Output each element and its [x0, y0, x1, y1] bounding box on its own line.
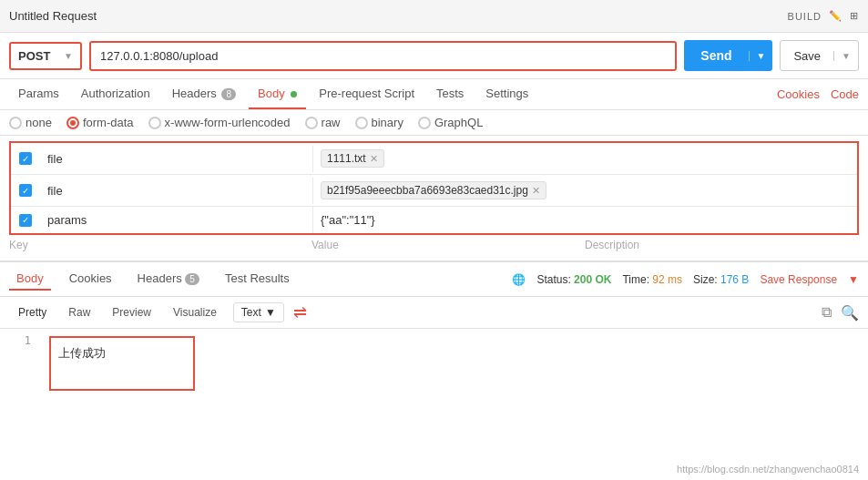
table-row: file 1111.txt ✕: [11, 143, 857, 175]
tab-authorization[interactable]: Authorization: [72, 79, 159, 109]
body-type-graphql-label: GraphQL: [434, 116, 483, 129]
response-bar: Body Cookies Headers 5 Test Results 🌐 St…: [0, 260, 868, 297]
save-response-arrow-icon[interactable]: ▼: [848, 273, 859, 286]
body-type-graphql[interactable]: GraphQL: [418, 116, 483, 129]
radio-raw-icon: [305, 117, 318, 129]
format-bar: Pretty Raw Preview Visualize Text ▼ ⇌ ⧉ …: [0, 297, 868, 329]
time-label: Time: 92 ms: [622, 273, 682, 286]
radio-binary-icon: [355, 117, 368, 129]
body-type-urlencoded[interactable]: x-www-form-urlencoded: [148, 116, 291, 129]
method-select[interactable]: POST ▼: [9, 42, 82, 70]
fmt-visualize[interactable]: Visualize: [164, 302, 226, 322]
file-name-1: 1111.txt: [327, 152, 366, 165]
response-status: 🌐 Status: 200 OK Time: 92 ms Size: 176 B…: [512, 273, 859, 286]
tab-headers[interactable]: Headers 8: [163, 79, 245, 109]
row3-value[interactable]: {"aa":"11"}: [313, 207, 857, 233]
globe-icon: 🌐: [512, 273, 526, 286]
row1-key[interactable]: file: [40, 146, 313, 172]
row1-check[interactable]: [11, 152, 40, 165]
save-button[interactable]: Save ▼: [780, 40, 859, 71]
row2-value: b21f95a9eeecbba7a6693e83caed31c.jpg ✕: [313, 175, 857, 206]
resp-tab-test-results[interactable]: Test Results: [218, 268, 297, 291]
body-type-form-data-label: form-data: [83, 116, 134, 129]
body-type-raw[interactable]: raw: [305, 116, 341, 129]
tab-settings[interactable]: Settings: [476, 79, 537, 109]
grid-icon[interactable]: ⊞: [850, 10, 859, 22]
status-value: 200 OK: [574, 273, 611, 286]
tab-prerequest[interactable]: Pre-request Script: [310, 79, 424, 109]
body-type-binary[interactable]: binary: [355, 116, 403, 129]
file-tag-2: b21f95a9eeecbba7a6693e83caed31c.jpg ✕: [321, 181, 546, 199]
body-type-raw-label: raw: [322, 116, 341, 129]
checkbox-icon: [19, 184, 32, 197]
row2-check[interactable]: [11, 184, 40, 197]
resp-tab-cookies[interactable]: Cookies: [62, 268, 119, 291]
row1-value: 1111.txt ✕: [313, 143, 857, 174]
fmt-pretty[interactable]: Pretty: [9, 302, 56, 322]
col-desc-header: Description: [585, 239, 859, 251]
save-response-button[interactable]: Save Response: [760, 273, 837, 286]
line-number: 1: [9, 334, 31, 393]
file-name-2: b21f95a9eeecbba7a6693e83caed31c.jpg: [327, 184, 528, 197]
req-tab-right: Cookies Code: [777, 87, 859, 101]
form-table: file 1111.txt ✕ file b21f95a9eeecbba7a66…: [9, 141, 859, 235]
radio-none-icon: [9, 117, 22, 129]
checkbox-icon: [19, 214, 32, 227]
fmt-preview[interactable]: Preview: [103, 302, 160, 322]
title-bar: Untitled Request BUILD ✏️ ⊞: [0, 0, 868, 33]
method-arrow-icon: ▼: [64, 51, 73, 61]
file-remove-1[interactable]: ✕: [370, 153, 378, 165]
tab-params[interactable]: Params: [9, 79, 68, 109]
copy-icon[interactable]: ⧉: [822, 304, 832, 322]
row3-key[interactable]: params: [40, 207, 313, 233]
row2-key[interactable]: file: [40, 178, 313, 204]
title-bar-right: BUILD ✏️ ⊞: [788, 10, 859, 22]
format-icons: ⧉ 🔍: [822, 304, 859, 322]
status-label: Status: 200 OK: [536, 273, 611, 286]
checkbox-icon: [19, 152, 32, 165]
format-type-arrow-icon: ▼: [265, 306, 276, 319]
size-label: Size: 176 B: [693, 273, 749, 286]
cookies-link[interactable]: Cookies: [777, 87, 820, 101]
response-content-box: 上传成功: [49, 336, 195, 391]
wrap-icon[interactable]: ⇌: [293, 302, 307, 322]
body-type-binary-label: binary: [372, 116, 403, 129]
col-key-header: Key: [9, 239, 311, 251]
size-value: 176 B: [720, 273, 749, 286]
row3-check[interactable]: [11, 214, 40, 227]
method-label: POST: [18, 49, 50, 63]
table-row: params {"aa":"11"}: [11, 207, 857, 233]
body-type-none-label: none: [26, 116, 52, 129]
file-tag-1: 1111.txt ✕: [321, 149, 384, 168]
radio-graphql-icon: [418, 117, 431, 129]
fmt-raw[interactable]: Raw: [59, 302, 99, 322]
table-row: file b21f95a9eeecbba7a6693e83caed31c.jpg…: [11, 175, 857, 207]
radio-form-data-icon: [66, 117, 79, 129]
time-value: 92 ms: [652, 273, 682, 286]
send-arrow-icon[interactable]: ▼: [749, 51, 773, 61]
resp-tab-body[interactable]: Body: [9, 268, 51, 291]
column-header-row: Key Value Description: [0, 235, 868, 255]
url-input[interactable]: [89, 41, 677, 71]
radio-urlencoded-icon: [148, 117, 161, 129]
edit-icon[interactable]: ✏️: [829, 10, 842, 22]
body-type-form-data[interactable]: form-data: [66, 116, 134, 129]
tab-tests[interactable]: Tests: [427, 79, 473, 109]
body-type-none[interactable]: none: [9, 116, 52, 129]
tab-body[interactable]: Body: [249, 79, 306, 109]
format-type-select[interactable]: Text ▼: [233, 302, 284, 322]
body-type-row: none form-data x-www-form-urlencoded raw…: [0, 110, 868, 136]
search-icon[interactable]: 🔍: [841, 304, 859, 322]
save-arrow-icon[interactable]: ▼: [833, 51, 858, 61]
file-remove-2[interactable]: ✕: [532, 185, 540, 197]
request-tabs: Params Authorization Headers 8 Body Pre-…: [0, 79, 868, 110]
body-type-urlencoded-label: x-www-form-urlencoded: [165, 116, 291, 129]
build-label: BUILD: [788, 11, 822, 22]
url-bar: POST ▼ Send ▼ Save ▼: [0, 33, 868, 79]
code-link[interactable]: Code: [831, 87, 859, 101]
send-label: Send: [684, 48, 748, 63]
resp-tab-headers[interactable]: Headers 5: [130, 268, 207, 291]
response-text: 上传成功: [58, 346, 106, 360]
send-button[interactable]: Send ▼: [684, 40, 772, 71]
response-line: 1 上传成功: [0, 332, 868, 394]
